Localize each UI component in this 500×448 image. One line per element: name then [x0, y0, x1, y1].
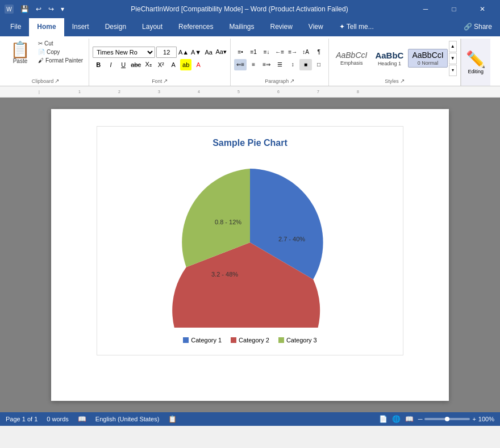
page-info: Page 1 of 1 — [6, 416, 38, 422]
paste-icon: 📋 — [10, 42, 30, 58]
change-case-button[interactable]: Aa▾ — [215, 47, 227, 58]
chart-legend: Category 1 Category 2 Category 3 — [109, 337, 391, 344]
subscript-button[interactable]: X₂ — [143, 59, 154, 70]
chart-svg-area: 2.7 - 40% 3.2 - 48% 0.8 - 12% — [109, 157, 391, 328]
quick-access-toolbar: 💾 ↩ ↪ ▾ — [18, 4, 66, 14]
status-left: Page 1 of 1 0 words 📖 English (United St… — [6, 415, 177, 423]
strikethrough-button[interactable]: abc — [130, 59, 141, 70]
minimize-button[interactable]: ─ — [413, 0, 439, 18]
ruler: | 1 2 3 4 5 6 7 8 — [0, 86, 500, 98]
superscript-button[interactable]: X² — [155, 59, 166, 70]
close-button[interactable]: ✕ — [469, 0, 495, 18]
paragraph-expand-button[interactable]: ↗ — [290, 78, 294, 84]
view-print-button[interactable]: 📄 — [379, 415, 388, 423]
tab-review[interactable]: Review — [262, 18, 300, 36]
editing-button[interactable]: ✏️ Editing — [466, 50, 486, 74]
font-size-input[interactable] — [156, 47, 177, 58]
clipboard-small-buttons: ✂ Cut 📄 Copy 🖌 Format Painter — [36, 40, 85, 64]
zoom-slider-thumb[interactable] — [445, 417, 449, 421]
tab-design[interactable]: Design — [97, 18, 134, 36]
font-group: Times New Ro A▲ A▼ Aa Aa▾ B I U abc X₂ — [89, 39, 231, 86]
track-changes-icon[interactable]: 📋 — [168, 415, 177, 423]
word-icon: W — [5, 5, 14, 14]
multilevel-list-button[interactable]: ≡↓ — [260, 47, 273, 58]
share-button[interactable]: 🔗 Share — [456, 18, 500, 36]
font-expand-button[interactable]: ↗ — [163, 78, 168, 84]
proofing-icon[interactable]: 📖 — [78, 415, 86, 423]
increase-indent-button[interactable]: ≡→ — [286, 47, 299, 58]
tab-mailings[interactable]: Mailings — [221, 18, 262, 36]
copy-label: Copy — [47, 49, 60, 55]
view-web-button[interactable]: 🌐 — [392, 415, 401, 423]
numbering-button[interactable]: ≡1 — [247, 47, 260, 58]
font-family-select[interactable]: Times New Ro — [93, 47, 155, 58]
font-grow-button[interactable]: A▲ — [178, 47, 189, 58]
tab-insert[interactable]: Insert — [64, 18, 97, 36]
editing-icon: ✏️ — [466, 50, 486, 69]
styles-expand-button[interactable]: ↗ — [400, 78, 405, 84]
ruler-mark-3: 3 — [158, 90, 160, 94]
redo-button[interactable]: ↪ — [46, 4, 56, 14]
legend-item-category3: Category 3 — [278, 337, 317, 344]
tab-home[interactable]: Home — [29, 18, 64, 36]
view-read-button[interactable]: 📖 — [405, 415, 414, 423]
clipboard-expand-button[interactable]: ↗ — [55, 78, 59, 84]
justify-button[interactable]: ☰ — [273, 59, 286, 70]
line-spacing-button[interactable]: ↕ — [286, 59, 299, 70]
tab-layout[interactable]: Layout — [134, 18, 170, 36]
customize-quick-access-button[interactable]: ▾ — [59, 4, 66, 14]
clear-formatting-button[interactable]: Aa — [203, 47, 214, 58]
align-left-button[interactable]: ⇐≡ — [234, 59, 247, 70]
maximize-button[interactable]: □ — [441, 0, 467, 18]
paragraph-row-1: ≡• ≡1 ≡↓ ←≡ ≡→ ↕A ¶ — [234, 47, 325, 58]
tab-file[interactable]: File — [2, 18, 29, 36]
styles-scroll-down-button[interactable]: ▼ — [449, 53, 457, 64]
legend-item-category2: Category 2 — [231, 337, 269, 344]
decrease-indent-button[interactable]: ←≡ — [273, 47, 286, 58]
styles-scroll-up-button[interactable]: ▲ — [449, 41, 457, 52]
font-shrink-button[interactable]: A▼ — [190, 47, 202, 58]
cut-label: Cut — [44, 40, 53, 47]
zoom-level: 100% — [478, 416, 494, 422]
paragraph-controls: ≡• ≡1 ≡↓ ←≡ ≡→ ↕A ¶ ⇐≡ ≡ ≡⇒ ☰ ↕ ■ — [234, 40, 325, 77]
style-emphasis[interactable]: AaBbCcI Emphasis — [332, 49, 370, 67]
paste-button[interactable]: 📋 Paste — [6, 40, 35, 66]
bold-button[interactable]: B — [93, 59, 104, 70]
shading-button[interactable]: ■ — [299, 59, 312, 70]
show-hide-button[interactable]: ¶ — [312, 47, 325, 58]
language[interactable]: English (United States) — [95, 416, 160, 422]
zoom-out-button[interactable]: ─ — [418, 416, 423, 422]
sort-button[interactable]: ↕A — [299, 47, 312, 58]
tab-references[interactable]: References — [170, 18, 221, 36]
styles-scroll-buttons: ▲ ▼ ▾ — [449, 41, 457, 76]
chart-container[interactable]: Sample Pie Chart 2.7 - 40% 3.2 - 48% 0. — [97, 126, 403, 355]
copy-button[interactable]: 📄 Copy — [36, 48, 85, 56]
style-heading1[interactable]: AaBbC Heading 1 — [372, 49, 407, 68]
borders-button[interactable]: □ — [312, 59, 325, 70]
format-painter-button[interactable]: 🖌 Format Painter — [36, 57, 85, 64]
bullets-button[interactable]: ≡• — [234, 47, 247, 58]
copy-icon: 📄 — [38, 49, 45, 55]
style-normal[interactable]: AaBbCcI 0 Normal — [408, 49, 447, 68]
ruler-mark-5: 5 — [238, 90, 240, 94]
align-right-button[interactable]: ≡⇒ — [260, 59, 273, 70]
zoom-in-button[interactable]: + — [472, 416, 476, 422]
save-button[interactable]: 💾 — [18, 4, 31, 14]
styles-more-button[interactable]: ▾ — [449, 65, 457, 76]
font-color-button[interactable]: A — [193, 59, 204, 70]
text-effects-button[interactable]: A — [168, 59, 179, 70]
underline-button[interactable]: U — [118, 59, 129, 70]
clipboard-label: Clipboard ↗ — [6, 77, 85, 86]
zoom-slider[interactable] — [424, 418, 470, 420]
undo-button[interactable]: ↩ — [34, 4, 44, 14]
style-normal-label: 0 Normal — [418, 60, 439, 66]
status-right: 📄 🌐 📖 ─ + 100% — [379, 415, 494, 423]
ruler-mark-6: 6 — [277, 90, 280, 94]
align-center-button[interactable]: ≡ — [247, 59, 260, 70]
highlight-button[interactable]: ab — [180, 59, 191, 70]
tab-view[interactable]: View — [301, 18, 331, 36]
cut-button[interactable]: ✂ Cut — [36, 40, 85, 47]
tab-tell-me[interactable]: ✦ Tell me... — [331, 18, 382, 36]
document-area[interactable]: Sample Pie Chart 2.7 - 40% 3.2 - 48% 0. — [0, 98, 500, 412]
italic-button[interactable]: I — [105, 59, 116, 70]
